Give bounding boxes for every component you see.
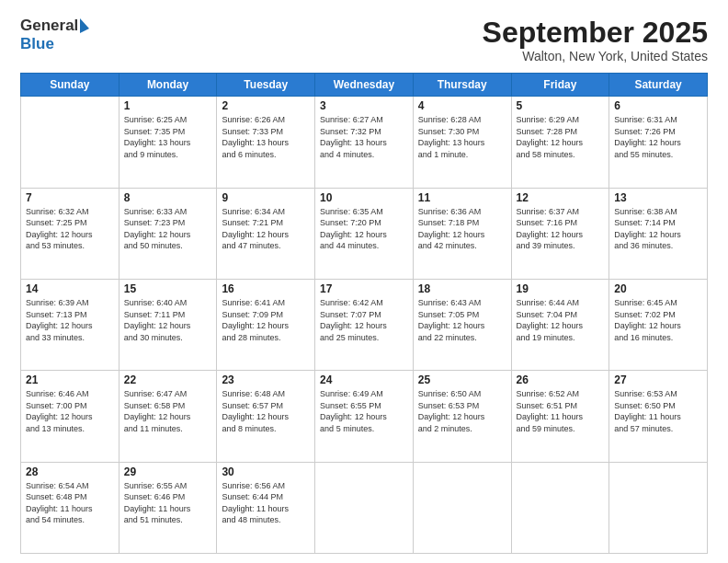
col-saturday: Saturday bbox=[609, 74, 708, 97]
calendar-cell bbox=[315, 462, 414, 553]
day-number: 10 bbox=[320, 191, 408, 204]
calendar-cell bbox=[511, 462, 609, 553]
day-number: 21 bbox=[26, 373, 114, 386]
day-number: 6 bbox=[614, 99, 702, 112]
location: Walton, New York, United States bbox=[483, 49, 708, 63]
logo-general: General bbox=[20, 17, 78, 35]
day-info: Sunrise: 6:38 AM Sunset: 7:14 PM Dayligh… bbox=[614, 206, 702, 252]
day-number: 16 bbox=[222, 282, 310, 295]
day-info: Sunrise: 6:41 AM Sunset: 7:09 PM Dayligh… bbox=[222, 297, 310, 343]
calendar-cell: 11Sunrise: 6:36 AM Sunset: 7:18 PM Dayli… bbox=[413, 188, 511, 279]
day-number: 17 bbox=[320, 282, 408, 295]
day-info: Sunrise: 6:47 AM Sunset: 6:58 PM Dayligh… bbox=[124, 388, 212, 434]
day-info: Sunrise: 6:33 AM Sunset: 7:23 PM Dayligh… bbox=[124, 206, 212, 252]
col-sunday: Sunday bbox=[21, 74, 119, 97]
day-info: Sunrise: 6:46 AM Sunset: 7:00 PM Dayligh… bbox=[26, 388, 114, 434]
calendar-table: Sunday Monday Tuesday Wednesday Thursday… bbox=[20, 73, 708, 554]
day-number: 5 bbox=[517, 99, 605, 112]
day-info: Sunrise: 6:54 AM Sunset: 6:48 PM Dayligh… bbox=[26, 480, 114, 526]
logo: General Blue bbox=[20, 17, 89, 53]
calendar-week-row: 1Sunrise: 6:25 AM Sunset: 7:35 PM Daylig… bbox=[21, 97, 708, 188]
day-info: Sunrise: 6:25 AM Sunset: 7:35 PM Dayligh… bbox=[124, 114, 212, 160]
calendar-cell: 24Sunrise: 6:49 AM Sunset: 6:55 PM Dayli… bbox=[315, 371, 414, 462]
day-number: 18 bbox=[418, 282, 506, 295]
calendar-cell: 3Sunrise: 6:27 AM Sunset: 7:32 PM Daylig… bbox=[315, 97, 414, 188]
day-number: 29 bbox=[124, 465, 212, 478]
calendar-cell: 29Sunrise: 6:55 AM Sunset: 6:46 PM Dayli… bbox=[119, 462, 217, 553]
day-info: Sunrise: 6:49 AM Sunset: 6:55 PM Dayligh… bbox=[320, 388, 408, 434]
day-number: 7 bbox=[26, 191, 114, 204]
day-number: 1 bbox=[124, 99, 212, 112]
day-number: 22 bbox=[124, 373, 212, 386]
day-number: 15 bbox=[124, 282, 212, 295]
calendar-cell bbox=[609, 462, 708, 553]
day-info: Sunrise: 6:50 AM Sunset: 6:53 PM Dayligh… bbox=[418, 388, 506, 434]
calendar-cell: 12Sunrise: 6:37 AM Sunset: 7:16 PM Dayli… bbox=[511, 188, 609, 279]
calendar-cell: 30Sunrise: 6:56 AM Sunset: 6:44 PM Dayli… bbox=[217, 462, 315, 553]
day-number: 12 bbox=[517, 191, 605, 204]
header: General Blue September 2025 Walton, New … bbox=[20, 17, 708, 63]
day-number: 28 bbox=[26, 465, 114, 478]
calendar-cell: 1Sunrise: 6:25 AM Sunset: 7:35 PM Daylig… bbox=[119, 97, 217, 188]
calendar-cell: 8Sunrise: 6:33 AM Sunset: 7:23 PM Daylig… bbox=[119, 188, 217, 279]
day-info: Sunrise: 6:53 AM Sunset: 6:50 PM Dayligh… bbox=[614, 388, 702, 434]
day-info: Sunrise: 6:28 AM Sunset: 7:30 PM Dayligh… bbox=[418, 114, 506, 160]
calendar-week-row: 14Sunrise: 6:39 AM Sunset: 7:13 PM Dayli… bbox=[21, 279, 708, 370]
calendar-cell: 5Sunrise: 6:29 AM Sunset: 7:28 PM Daylig… bbox=[511, 97, 609, 188]
day-info: Sunrise: 6:55 AM Sunset: 6:46 PM Dayligh… bbox=[124, 480, 212, 526]
calendar-week-row: 21Sunrise: 6:46 AM Sunset: 7:00 PM Dayli… bbox=[21, 371, 708, 462]
day-info: Sunrise: 6:56 AM Sunset: 6:44 PM Dayligh… bbox=[222, 480, 310, 526]
day-number: 3 bbox=[320, 99, 408, 112]
calendar-cell: 10Sunrise: 6:35 AM Sunset: 7:20 PM Dayli… bbox=[315, 188, 414, 279]
calendar-cell bbox=[413, 462, 511, 553]
calendar-cell: 27Sunrise: 6:53 AM Sunset: 6:50 PM Dayli… bbox=[609, 371, 708, 462]
logo-blue: Blue bbox=[20, 35, 54, 53]
logo-triangle-icon bbox=[80, 18, 89, 33]
day-info: Sunrise: 6:43 AM Sunset: 7:05 PM Dayligh… bbox=[418, 297, 506, 343]
calendar-cell: 26Sunrise: 6:52 AM Sunset: 6:51 PM Dayli… bbox=[511, 371, 609, 462]
calendar-cell bbox=[21, 97, 119, 188]
day-number: 19 bbox=[517, 282, 605, 295]
calendar-cell: 17Sunrise: 6:42 AM Sunset: 7:07 PM Dayli… bbox=[315, 279, 414, 370]
day-info: Sunrise: 6:39 AM Sunset: 7:13 PM Dayligh… bbox=[26, 297, 114, 343]
calendar-cell: 18Sunrise: 6:43 AM Sunset: 7:05 PM Dayli… bbox=[413, 279, 511, 370]
day-info: Sunrise: 6:36 AM Sunset: 7:18 PM Dayligh… bbox=[418, 206, 506, 252]
title-area: September 2025 Walton, New York, United … bbox=[483, 17, 708, 63]
month-title: September 2025 bbox=[483, 17, 708, 49]
day-number: 26 bbox=[517, 373, 605, 386]
day-info: Sunrise: 6:35 AM Sunset: 7:20 PM Dayligh… bbox=[320, 206, 408, 252]
day-info: Sunrise: 6:29 AM Sunset: 7:28 PM Dayligh… bbox=[517, 114, 605, 160]
calendar-cell: 23Sunrise: 6:48 AM Sunset: 6:57 PM Dayli… bbox=[217, 371, 315, 462]
col-tuesday: Tuesday bbox=[217, 74, 315, 97]
day-info: Sunrise: 6:37 AM Sunset: 7:16 PM Dayligh… bbox=[517, 206, 605, 252]
calendar-cell: 20Sunrise: 6:45 AM Sunset: 7:02 PM Dayli… bbox=[609, 279, 708, 370]
calendar-header-row: Sunday Monday Tuesday Wednesday Thursday… bbox=[21, 74, 708, 97]
day-info: Sunrise: 6:40 AM Sunset: 7:11 PM Dayligh… bbox=[124, 297, 212, 343]
calendar-cell: 14Sunrise: 6:39 AM Sunset: 7:13 PM Dayli… bbox=[21, 279, 119, 370]
calendar-cell: 6Sunrise: 6:31 AM Sunset: 7:26 PM Daylig… bbox=[609, 97, 708, 188]
day-number: 8 bbox=[124, 191, 212, 204]
calendar-cell: 15Sunrise: 6:40 AM Sunset: 7:11 PM Dayli… bbox=[119, 279, 217, 370]
calendar-cell: 9Sunrise: 6:34 AM Sunset: 7:21 PM Daylig… bbox=[217, 188, 315, 279]
calendar-week-row: 7Sunrise: 6:32 AM Sunset: 7:25 PM Daylig… bbox=[21, 188, 708, 279]
day-number: 25 bbox=[418, 373, 506, 386]
day-number: 4 bbox=[418, 99, 506, 112]
day-info: Sunrise: 6:27 AM Sunset: 7:32 PM Dayligh… bbox=[320, 114, 408, 160]
day-info: Sunrise: 6:26 AM Sunset: 7:33 PM Dayligh… bbox=[222, 114, 310, 160]
calendar-cell: 16Sunrise: 6:41 AM Sunset: 7:09 PM Dayli… bbox=[217, 279, 315, 370]
day-info: Sunrise: 6:45 AM Sunset: 7:02 PM Dayligh… bbox=[614, 297, 702, 343]
day-number: 14 bbox=[26, 282, 114, 295]
page: General Blue September 2025 Walton, New … bbox=[0, 0, 728, 563]
col-thursday: Thursday bbox=[413, 74, 511, 97]
day-number: 9 bbox=[222, 191, 310, 204]
calendar-cell: 21Sunrise: 6:46 AM Sunset: 7:00 PM Dayli… bbox=[21, 371, 119, 462]
col-monday: Monday bbox=[119, 74, 217, 97]
calendar-cell: 4Sunrise: 6:28 AM Sunset: 7:30 PM Daylig… bbox=[413, 97, 511, 188]
day-number: 11 bbox=[418, 191, 506, 204]
calendar-cell: 13Sunrise: 6:38 AM Sunset: 7:14 PM Dayli… bbox=[609, 188, 708, 279]
day-number: 20 bbox=[614, 282, 702, 295]
day-info: Sunrise: 6:52 AM Sunset: 6:51 PM Dayligh… bbox=[517, 388, 605, 434]
calendar-cell: 2Sunrise: 6:26 AM Sunset: 7:33 PM Daylig… bbox=[217, 97, 315, 188]
calendar-cell: 22Sunrise: 6:47 AM Sunset: 6:58 PM Dayli… bbox=[119, 371, 217, 462]
day-number: 30 bbox=[222, 465, 310, 478]
